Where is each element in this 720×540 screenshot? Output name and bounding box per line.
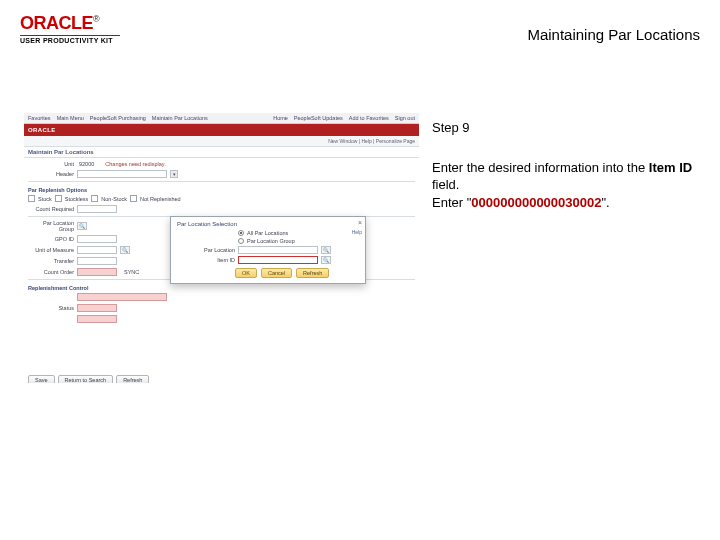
unit-value: 92000 [77, 161, 96, 167]
page-title: Maintaining Par Locations [527, 26, 700, 43]
header-row: Header ▾ [28, 170, 415, 178]
dialog-itemid-row: Item ID 🔍 [177, 256, 359, 264]
brand-block: ORACLE® USER PRODUCTIVITY KIT [20, 14, 120, 44]
nav-item: Add to Favorites [349, 115, 389, 121]
instr-frag: ". [601, 195, 609, 210]
status-row: Status [28, 304, 415, 312]
app-body: Unit 92000 Changes need redisplay. Heade… [24, 158, 419, 383]
app-window-links: New Window | Help | Personalize Page [24, 136, 419, 147]
repl-ctrl-title: Replenishment Control [28, 283, 415, 293]
dialog-title: Par Location Selection [177, 221, 359, 227]
stock-label: Stock [38, 196, 52, 202]
gpo-input[interactable] [77, 235, 117, 243]
brand-subline: USER PRODUCTIVITY KIT [20, 37, 120, 44]
search-icon[interactable]: 🔍 [321, 246, 331, 254]
instruction-text: Enter the desired information into the I… [432, 159, 702, 212]
item-id-input[interactable] [238, 256, 318, 264]
stockless-label: Stockless [65, 196, 89, 202]
uom-input[interactable] [77, 246, 117, 254]
instr-frag: Enter " [432, 195, 471, 210]
checkbox-notrepl[interactable] [130, 195, 137, 202]
radio-par-group-label: Par Location Group [247, 238, 295, 244]
app-pagetitle-bar: Maintain Par Locations [24, 147, 419, 158]
count-req-label: Count Required [28, 206, 74, 212]
nav-item: PeopleSoft Updates [294, 115, 343, 121]
changes-note: Changes need redisplay. [105, 161, 165, 167]
notrepl-label: Not Replenished [140, 196, 181, 202]
brand-registered: ® [93, 14, 100, 24]
step-label: Step 9 [432, 119, 702, 137]
dialog-buttons: OK Cancel Refresh [177, 268, 359, 278]
repl-input[interactable] [77, 293, 167, 301]
dialog-opt1-row: All Par Locations [177, 230, 359, 236]
save-button[interactable]: Save [28, 375, 55, 383]
checkbox-stock[interactable] [28, 195, 35, 202]
instr-field-name: Item ID [649, 160, 692, 175]
uom-label: Unit of Measure [28, 247, 74, 253]
count-req-input[interactable] [77, 205, 117, 213]
app-brandbar: ORACLE [24, 124, 419, 136]
par-location-dialog: × Help Par Location Selection All Par Lo… [170, 216, 366, 284]
dialog-cancel-button[interactable]: Cancel [261, 268, 292, 278]
transfer-label: Transfer [28, 258, 74, 264]
app-screenshot: Favorites Main Menu PeopleSoft Purchasin… [24, 113, 419, 383]
dialog-help-link[interactable]: Help [352, 229, 362, 235]
empty-label [28, 294, 74, 300]
app-topnav: Favorites Main Menu PeopleSoft Purchasin… [24, 113, 419, 124]
nonstock-label: Non-Stock [101, 196, 127, 202]
app-pagetitle: Maintain Par Locations [28, 149, 94, 155]
count-req-row: Count Required [28, 205, 415, 213]
checkbox-nonstock[interactable] [91, 195, 98, 202]
nav-item: Sign out [395, 115, 415, 121]
unit-row: Unit 92000 Changes need redisplay. [28, 161, 415, 167]
header-input[interactable] [77, 170, 167, 178]
return-button[interactable]: Return to Search [58, 375, 114, 383]
dialog-ok-button[interactable]: OK [235, 268, 257, 278]
par-group-label: Par Location Group [28, 220, 74, 232]
brand-logo: ORACLE [20, 13, 93, 33]
transfer-input[interactable] [77, 257, 117, 265]
count-order-input[interactable] [77, 268, 117, 276]
dialog-opt2-row: Par Location Group [177, 238, 359, 244]
par-location-input[interactable] [238, 246, 318, 254]
page-header: ORACLE® USER PRODUCTIVITY KIT Maintainin… [0, 0, 720, 53]
options-row: Stock Stockless Non-Stock Not Replenishe… [28, 195, 415, 202]
nav-item: Home [273, 115, 288, 121]
nav-item: PeopleSoft Purchasing [90, 115, 146, 121]
refresh-button[interactable]: Refresh [116, 375, 149, 383]
instr-frag: Enter the desired information into the [432, 160, 649, 175]
nav-item: Favorites [28, 115, 51, 121]
search-icon[interactable]: 🔍 [321, 256, 331, 264]
instr-value: 000000000000030002 [471, 195, 601, 210]
item-id-label: Item ID [177, 257, 235, 263]
radio-all-par[interactable] [238, 230, 244, 236]
subsection-title: Par Replenish Options [28, 185, 415, 195]
repl-input-row [28, 293, 415, 301]
search-icon[interactable]: 🔍 [77, 222, 87, 230]
sync-label: SYNC [124, 269, 139, 275]
gpo-label: GPO ID [28, 236, 74, 242]
brand-rule [20, 35, 120, 36]
extra-input[interactable] [77, 315, 117, 323]
dialog-parloc-row: Par Location 🔍 [177, 246, 359, 254]
extra-row [28, 315, 415, 323]
instr-frag: field. [432, 177, 459, 192]
radio-par-group[interactable] [238, 238, 244, 244]
app-footer-actions: Save Return to Search Refresh [28, 375, 149, 383]
unit-label: Unit [28, 161, 74, 167]
status-label: Status [28, 305, 74, 311]
dialog-refresh-button[interactable]: Refresh [296, 268, 329, 278]
checkbox-stockless[interactable] [55, 195, 62, 202]
count-order-label: Count Order [28, 269, 74, 275]
radio-all-par-label: All Par Locations [247, 230, 288, 236]
search-icon[interactable]: 🔍 [120, 246, 130, 254]
nav-item: Maintain Par Locations [152, 115, 208, 121]
app-brandbar-right [414, 127, 419, 133]
app-brand-logo: ORACLE [28, 127, 56, 133]
divider [28, 181, 415, 182]
instruction-panel: Step 9 Enter the desired information int… [432, 119, 702, 211]
chevron-down-icon[interactable]: ▾ [170, 170, 178, 178]
header-label: Header [28, 171, 74, 177]
status-input[interactable] [77, 304, 117, 312]
close-icon[interactable]: × [358, 219, 362, 226]
